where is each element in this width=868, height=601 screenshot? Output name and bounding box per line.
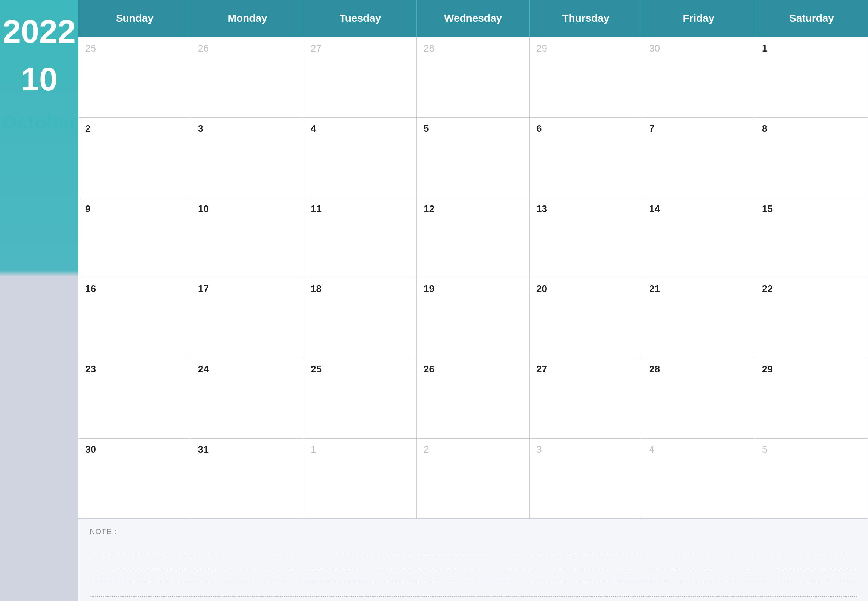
day-cell: 15 — [755, 198, 868, 278]
day-cell: 4 — [642, 439, 755, 519]
day-cell: 25 — [304, 358, 417, 439]
day-cell: 28 — [642, 358, 755, 439]
header-day-monday: Monday — [191, 0, 304, 37]
month-name-label: October — [2, 111, 76, 133]
calendar-section: SundayMondayTuesdayWednesdayThursdayFrid… — [78, 0, 868, 601]
calendar-page: 2022 10 October SundayMondayTuesdayWedne… — [0, 0, 868, 601]
notes-section: NOTE : — [78, 519, 868, 601]
day-cell: 24 — [191, 358, 304, 439]
header-day-thursday: Thursday — [529, 0, 642, 37]
notes-label: NOTE : — [90, 528, 857, 536]
day-cell: 29 — [529, 37, 642, 117]
header-day-friday: Friday — [642, 0, 755, 37]
day-cell: 3 — [191, 117, 304, 198]
year-label: 2022 — [3, 15, 76, 48]
day-cell: 5 — [417, 117, 529, 198]
notes-line[interactable] — [90, 569, 857, 582]
week-row-2: 9101112131415 — [78, 198, 868, 278]
day-cell: 4 — [304, 117, 417, 198]
weeks-container: 2526272829301234567891011121314151617181… — [78, 37, 868, 519]
day-cell: 13 — [529, 198, 642, 278]
month-number-label: 10 — [21, 63, 58, 96]
header-day-wednesday: Wednesday — [417, 0, 529, 37]
day-cell: 2 — [417, 439, 529, 519]
day-cell: 28 — [417, 37, 529, 117]
day-cell: 11 — [304, 198, 417, 278]
day-cell: 17 — [191, 278, 304, 358]
day-cell: 12 — [417, 198, 529, 278]
day-cell: 2 — [78, 117, 191, 198]
day-cell: 26 — [191, 37, 304, 117]
day-cell: 18 — [304, 278, 417, 358]
day-cell: 10 — [191, 198, 304, 278]
week-row-4: 23242526272829 — [78, 358, 868, 439]
day-cell: 20 — [529, 278, 642, 358]
calendar-grid: SundayMondayTuesdayWednesdayThursdayFrid… — [78, 0, 868, 519]
day-cell: 21 — [642, 278, 755, 358]
day-cell: 27 — [304, 37, 417, 117]
header-row: SundayMondayTuesdayWednesdayThursdayFrid… — [78, 0, 868, 37]
day-cell: 8 — [755, 117, 868, 198]
day-cell: 1 — [304, 439, 417, 519]
day-cell: 7 — [642, 117, 755, 198]
week-row-0: 2526272829301 — [78, 37, 868, 117]
header-day-sunday: Sunday — [78, 0, 191, 37]
day-cell: 30 — [642, 37, 755, 117]
week-row-3: 16171819202122 — [78, 278, 868, 358]
day-cell: 6 — [529, 117, 642, 198]
header-day-tuesday: Tuesday — [304, 0, 417, 37]
day-cell: 30 — [78, 439, 191, 519]
day-cell: 23 — [78, 358, 191, 439]
day-cell: 3 — [529, 439, 642, 519]
day-cell: 14 — [642, 198, 755, 278]
day-cell: 27 — [529, 358, 642, 439]
notes-line[interactable] — [90, 555, 857, 568]
week-row-5: 303112345 — [78, 439, 868, 519]
notes-line[interactable] — [90, 583, 857, 596]
day-cell: 29 — [755, 358, 868, 439]
day-cell: 26 — [417, 358, 529, 439]
day-cell: 16 — [78, 278, 191, 358]
day-cell: 31 — [191, 439, 304, 519]
day-cell: 22 — [755, 278, 868, 358]
day-cell: 5 — [755, 439, 868, 519]
day-cell: 19 — [417, 278, 529, 358]
day-cell: 1 — [755, 37, 868, 117]
day-cell: 25 — [78, 37, 191, 117]
day-cell: 9 — [78, 198, 191, 278]
header-day-saturday: Saturday — [755, 0, 868, 37]
week-row-1: 2345678 — [78, 117, 868, 198]
sidebar: 2022 10 October — [0, 0, 78, 601]
notes-line[interactable] — [90, 540, 857, 554]
